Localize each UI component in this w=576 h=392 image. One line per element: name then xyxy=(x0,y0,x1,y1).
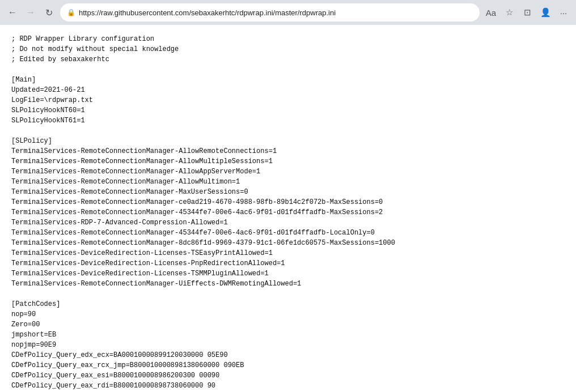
content-area[interactable]: ; RDP Wrapper Library configuration ; Do… xyxy=(0,25,576,392)
nav-buttons: ← → ↻ xyxy=(5,5,57,20)
reader-view-button[interactable]: Aa xyxy=(483,5,499,20)
bookmark-icon: ☆ xyxy=(506,7,513,18)
favorites-button[interactable]: ☆ xyxy=(501,5,517,20)
more-icon: ··· xyxy=(560,8,567,18)
browser-chrome: ← → ↻ 🔒 Aa ☆ xyxy=(0,0,576,25)
lock-icon: 🔒 xyxy=(67,8,75,16)
more-button[interactable]: ··· xyxy=(556,5,571,20)
forward-icon: → xyxy=(26,7,35,18)
back-icon: ← xyxy=(8,7,17,18)
address-bar-container: 🔒 xyxy=(60,3,480,22)
reader-icon: Aa xyxy=(486,8,496,18)
profile-button[interactable]: 👤 xyxy=(537,5,553,20)
collections-button[interactable]: ⊡ xyxy=(519,5,535,20)
reload-button[interactable]: ↻ xyxy=(41,5,57,20)
profile-icon: 👤 xyxy=(540,7,551,18)
browser-window: ← → ↻ 🔒 Aa ☆ xyxy=(0,0,576,392)
browser-toolbar: ← → ↻ 🔒 Aa ☆ xyxy=(0,0,576,25)
file-content: ; RDP Wrapper Library configuration ; Do… xyxy=(11,34,565,392)
forward-button[interactable]: → xyxy=(23,5,39,20)
collections-icon: ⊡ xyxy=(524,7,531,18)
back-button[interactable]: ← xyxy=(5,5,20,20)
toolbar-actions: Aa ☆ ⊡ 👤 ··· xyxy=(483,5,571,20)
address-bar[interactable] xyxy=(79,8,473,17)
reload-icon: ↻ xyxy=(45,7,53,18)
